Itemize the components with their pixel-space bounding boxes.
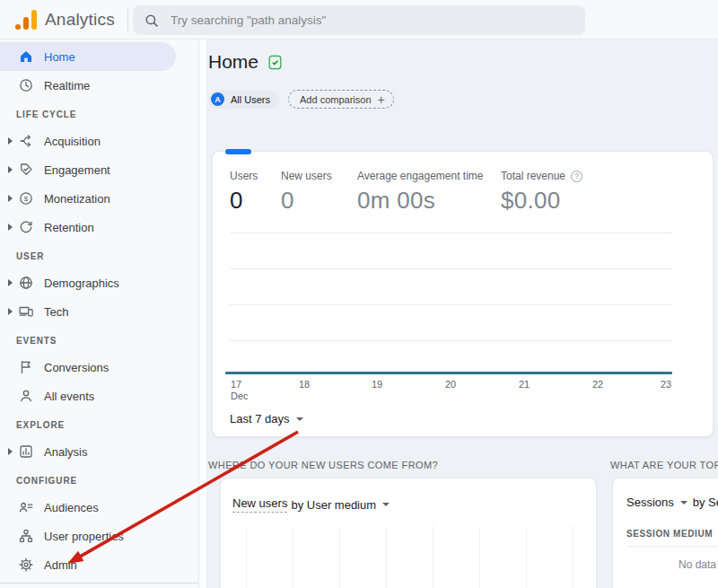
dollar-circle-icon: $ [18,190,34,206]
session-medium-column-header: SESSION MEDIUM [626,529,713,539]
hierarchy-icon [18,528,34,544]
person-icon [18,388,34,404]
x-axis-tick: 19 [372,379,382,390]
expand-arrow-icon[interactable] [4,448,15,455]
sidebar-bottom-divider [0,583,198,584]
sidebar-item-admin[interactable]: Admin [0,550,176,579]
sidebar-item-audiences[interactable]: Audiences [0,493,176,522]
report-check-icon [267,54,284,71]
sidebar-item-label: All events [44,390,94,403]
bar-chart-gridline [386,526,387,588]
bar-chart-gridline [526,526,527,588]
search-input[interactable] [171,13,574,27]
nav-section-header-configure: CONFIGURE [0,466,198,493]
date-range-label: Last 7 days [230,412,290,426]
analytics-logo-icon [15,10,37,30]
expand-arrow-icon[interactable] [4,224,15,231]
chevron-down-icon [382,503,390,506]
top-bar: Analytics [0,0,718,39]
expand-arrow-icon[interactable] [4,308,15,315]
nav-section-header-life-cycle: LIFE CYCLE [0,100,198,127]
metric-users: Users0 [230,170,258,215]
bar-chart-gridline [293,526,293,588]
page-title: Home [208,51,258,73]
sidebar-item-all-events[interactable]: All events [0,382,176,410]
metric-value: 0 [230,187,258,215]
sidebar-nav: HomeRealtimeLIFE CYCLEAcquisitionEngagem… [0,39,199,588]
expand-arrow-icon[interactable] [4,195,15,202]
sidebar-item-label: Tech [44,305,68,319]
date-range-picker[interactable]: Last 7 days [230,412,303,426]
nav-section-header-explore: EXPLORE [0,410,198,437]
new-users-card: New users by User medium [220,478,597,588]
sidebar-item-label: Analysis [44,445,87,459]
sidebar-item-retention[interactable]: Retention [0,213,176,241]
sidebar-item-tech[interactable]: Tech [0,297,176,326]
x-axis-tick: 23 [661,379,671,390]
bar-chart-gridline [573,526,574,588]
devices-icon [18,303,34,320]
home-icon [18,48,34,65]
metric-label: Average engagement time [357,170,484,182]
main-content: Home A All Users Add comparison + Users0… [199,39,718,588]
chart-box-icon [18,443,34,460]
sidebar-item-conversions[interactable]: Conversions [0,353,176,382]
metric-total-revenue: Total revenue?$0.00 [501,170,582,215]
chart-gridline [230,233,672,233]
sidebar-item-home[interactable]: Home [0,42,176,71]
top-campaigns-card: Sessions by Sess SESSION MEDIUM No data [612,478,718,588]
nav-section-header-events: EVENTS [0,326,198,353]
metric-new-users: New users0 [281,170,332,215]
metric-label: Total revenue [501,170,565,182]
expand-arrow-icon[interactable] [4,279,15,286]
sidebar-scrollbar[interactable] [199,39,206,588]
sidebar-item-engagement[interactable]: Engagement [0,155,176,184]
clock-icon [18,77,34,93]
metric-label: Users [230,170,258,182]
sidebar-item-label: User properties [44,530,124,543]
sidebar-item-label: Audiences [44,501,99,514]
expand-arrow-icon[interactable] [4,137,15,145]
sessions-metric-picker[interactable]: Sessions by Sess [626,496,718,509]
sidebar-item-label: Retention [44,221,94,234]
sidebar-item-analysis[interactable]: Analysis [0,437,176,466]
metric-label: New users [281,170,332,182]
all-users-chip[interactable]: A All Users [208,91,279,109]
sidebar-item-label: Acquisition [44,135,101,148]
new-users-dimension-picker[interactable]: New users by User medium [232,496,390,513]
metric-value: 0m 00s [357,187,484,215]
sidebar-item-monetization[interactable]: $Monetization [0,184,176,213]
chart-gridline [230,268,672,269]
sidebar-item-demographics[interactable]: Demographics [0,268,176,297]
sidebar-item-user-properties[interactable]: User properties [0,522,176,550]
sidebar-item-label: Realtime [44,79,90,92]
new-users-section-title: WHERE DO YOUR NEW USERS COME FROM? [208,460,438,470]
globe-icon [18,275,34,291]
sidebar-item-label: Engagement [44,163,110,177]
sidebar-item-label: Home [44,50,75,64]
sidebar-item-acquisition[interactable]: Acquisition [0,127,176,155]
brand-title: Analytics [45,10,115,30]
x-axis-tick: 17Dec [231,379,249,401]
x-axis-tick: 20 [445,379,456,390]
add-comparison-button[interactable]: Add comparison + [288,90,394,109]
search-bar[interactable] [133,5,585,35]
avatar: A [211,92,224,106]
expand-arrow-icon[interactable] [4,166,15,173]
bar-chart-gridline [479,526,480,588]
sidebar-item-label: Monetization [44,192,110,206]
metric-value: $0.00 [501,187,582,215]
help-icon[interactable]: ? [571,171,582,182]
sidebar-item-label: Demographics [44,276,119,290]
overview-card: Users0New users0Average engagement time0… [212,151,714,437]
acquisition-split-icon [18,133,34,149]
active-tab-indicator [225,149,251,154]
bar-chart-gridline [433,526,433,588]
chevron-down-icon [296,417,303,421]
x-axis-tick: 18 [299,379,310,390]
sidebar-item-realtime[interactable]: Realtime [0,71,176,100]
divider [127,8,128,31]
users-series-line [225,372,672,374]
add-comparison-label: Add comparison [300,94,372,105]
top-campaigns-section-title: WHAT ARE YOUR TOP CA [610,460,718,470]
